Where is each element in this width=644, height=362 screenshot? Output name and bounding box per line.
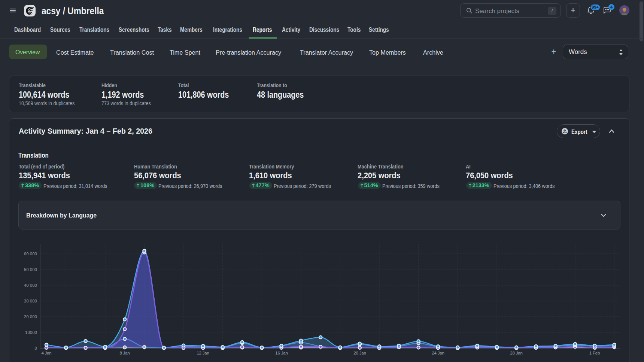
svg-text:12 Jan: 12 Jan bbox=[197, 351, 209, 355]
svg-text:10000: 10000 bbox=[25, 330, 37, 335]
svg-text:1 Feb: 1 Feb bbox=[589, 351, 600, 355]
svg-text:40 000: 40 000 bbox=[24, 283, 37, 288]
svg-text:20 Jan: 20 Jan bbox=[353, 351, 366, 355]
svg-text:50 000: 50 000 bbox=[24, 267, 37, 272]
svg-text:28 Jan: 28 Jan bbox=[510, 351, 522, 355]
svg-text:30 000: 30 000 bbox=[24, 299, 37, 303]
svg-text:24 Jan: 24 Jan bbox=[432, 351, 444, 355]
svg-text:16 Jan: 16 Jan bbox=[275, 351, 288, 355]
svg-text:20 000: 20 000 bbox=[24, 314, 37, 319]
svg-text:8 Jan: 8 Jan bbox=[119, 351, 130, 355]
svg-text:0: 0 bbox=[35, 346, 37, 350]
svg-text:60 000: 60 000 bbox=[24, 252, 37, 256]
svg-text:4 Jan: 4 Jan bbox=[41, 351, 51, 355]
